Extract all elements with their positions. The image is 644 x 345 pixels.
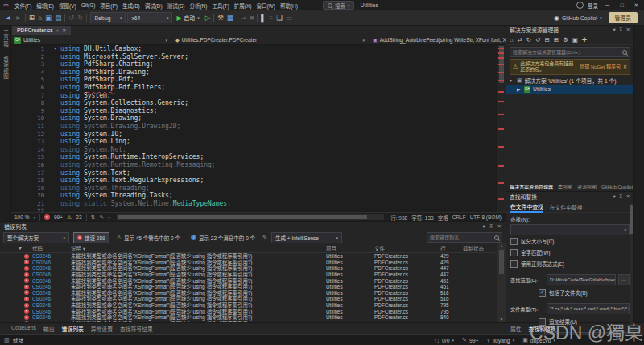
code-editor[interactable]: 1▾using DH.Util.Gasbox;2using Microsoft.… — [10, 45, 506, 212]
error-row[interactable]: ✕CS0246未能找到类型或命名空间名“XStringFormat”(是否缺少 … — [0, 302, 506, 309]
build-icon[interactable]: ⚒ — [216, 11, 225, 24]
code-text[interactable]: using System.Threading.Tasks; — [60, 192, 173, 200]
maximize-button[interactable]: □ — [617, 2, 627, 8]
code-text[interactable]: using System.Runtime.Remoting.Messaging; — [60, 161, 216, 169]
configuration-dropdown[interactable]: Debug ▾ — [90, 12, 126, 23]
close-tab-icon[interactable]: ✕ — [62, 27, 66, 33]
menu-item-1[interactable]: 文件(F) — [12, 2, 34, 10]
switch-views-icon[interactable]: ⇄ — [518, 36, 522, 44]
code-text[interactable]: using System.Net; — [60, 146, 126, 154]
code-text[interactable]: using System; — [60, 92, 111, 100]
open-folder-icon[interactable]: ⌂ — [36, 11, 43, 24]
close-icon[interactable]: ✕ — [497, 223, 502, 230]
undo-icon[interactable]: ↺ — [535, 36, 540, 44]
preview-code-icon[interactable]: ▣ — [572, 36, 578, 44]
checkbox[interactable] — [539, 289, 546, 297]
editor-vertical-scrollbar[interactable] — [497, 45, 506, 212]
error-code-link[interactable]: CS0246 — [32, 302, 71, 308]
pencil-icon[interactable]: ✎ — [99, 214, 104, 221]
nav-back-icon[interactable]: ◄ — [3, 11, 13, 24]
git-sync-status[interactable]: ↑↓0/0▾ — [434, 338, 454, 343]
home-icon[interactable]: ⌂ — [510, 36, 514, 44]
find-option-2[interactable]: 全字匹配(W) — [506, 247, 634, 258]
error-code-link[interactable]: CS0246 — [32, 253, 71, 259]
menu-item-5[interactable]: 项目(P) — [97, 2, 120, 10]
error-row[interactable]: ✕CS0246未能找到类型或命名空间名“XStringFormat”(是否缺少 … — [0, 314, 506, 321]
column-description[interactable]: 说明 ▾ — [71, 244, 326, 252]
se-tab-GitHub Copilot 聊天[interactable]: GitHub Copilot 聊天 — [601, 183, 634, 190]
code-text[interactable]: using System.Diagnostics; — [60, 107, 157, 115]
close-icon[interactable]: ✕ — [626, 193, 630, 200]
error-code-link[interactable]: CS0246 — [32, 296, 71, 301]
member-dropdown[interactable]: ▣ AddString_AutoLineFeed(string WriteStr… — [369, 35, 506, 44]
code-text[interactable]: using PdfSharp.Drawing; — [60, 69, 150, 77]
stop-icon[interactable]: ■ — [248, 11, 255, 24]
se-tab-资源视图[interactable]: 资源视图 — [577, 183, 597, 190]
menu-item-6[interactable]: 生成(B) — [120, 2, 142, 10]
scrollbar-thumb[interactable] — [499, 250, 504, 274]
left-autohide-tab-2[interactable]: 资源视图 — [2, 52, 10, 84]
column-project[interactable]: 项目 — [326, 244, 374, 252]
pending-changes-status[interactable]: ✎99+ — [462, 337, 478, 343]
column-line[interactable]: 行 — [440, 244, 463, 252]
show-all-files-icon[interactable]: ⊞ — [554, 36, 559, 44]
background-tasks-icon[interactable]: ▥ — [4, 337, 10, 343]
collapse-all-icon[interactable]: ⊟ — [544, 36, 549, 44]
error-row[interactable]: ✕CS0246未能找到类型或命名空间名“XStringFormat”(是否缺少 … — [0, 290, 506, 297]
error-code-link[interactable]: CS0246 — [32, 309, 71, 314]
new-file-icon[interactable]: ⊞ — [27, 11, 36, 24]
panel-tab-CodeLens[interactable]: CodeLens — [11, 325, 36, 333]
code-text[interactable]: using PdfSharp.Pdf.Filters; — [60, 84, 165, 92]
error-row[interactable]: ✕CS0246未能找到类型或命名空间名“XStringFormat”(是否缺少 … — [0, 296, 506, 302]
chevron-right-icon[interactable]: ▶ — [517, 87, 522, 92]
error-row[interactable]: ✕CS0246未能找到类型或命名空间名“XStringFormat”(是否缺少 … — [0, 284, 506, 290]
column-suppression[interactable]: 抑制状态 — [463, 244, 497, 252]
platform-dropdown[interactable]: x64 ▾ — [127, 12, 172, 23]
panel-tab-错误列表[interactable]: 错误列表 — [62, 325, 84, 333]
code-text[interactable]: using System.Text; — [60, 169, 130, 177]
error-code-link[interactable]: CS0246 — [32, 278, 71, 284]
error-row[interactable]: ✕CS0246未能找到类型或命名空间名“XStringFormat”(是否缺少 … — [0, 253, 506, 260]
sign-in-button[interactable]: 登录 — [588, 2, 598, 10]
updown-arrows-icon[interactable]: ⇅ — [91, 214, 96, 221]
admin-badge-button[interactable]: 管理员 — [609, 12, 638, 23]
browse-button[interactable]: … — [618, 274, 630, 285]
code-text[interactable]: using System.Collections.Generic; — [60, 99, 188, 107]
pin-icon[interactable]: ⊼ — [489, 223, 493, 230]
pencil-filter-icon[interactable]: ✎ — [262, 235, 267, 241]
checkbox[interactable] — [510, 260, 518, 268]
chevron-down-icon[interactable]: ▾ — [483, 223, 485, 230]
code-text[interactable]: using System.Runtime.InteropServices; — [60, 153, 204, 161]
menu-item-9[interactable]: 分析(N) — [187, 2, 209, 10]
code-text[interactable]: using DH.Util.Gasbox; — [60, 45, 142, 53]
find-option-1[interactable]: 区分大小写(C) — [506, 235, 634, 247]
se-tab-类视图[interactable]: 类视图 — [558, 183, 572, 190]
project-dropdown[interactable]: C# Utilities ▾ — [10, 35, 171, 44]
column-file[interactable]: 文件 — [374, 244, 440, 252]
scroll-up-icon[interactable]: ▲ — [497, 243, 506, 248]
warnings-filter-button[interactable]: ⚠ 显示 45 个警告中的 0 个 — [114, 233, 184, 243]
code-text[interactable]: using System.Text.RegularExpressions; — [60, 177, 204, 185]
menu-item-2[interactable]: 编辑(E) — [34, 2, 56, 10]
fold-indicator-icon[interactable]: ▾ — [50, 45, 60, 53]
chevron-down-icon[interactable]: ▾ — [613, 193, 616, 200]
menu-item-7[interactable]: 调试(D) — [142, 2, 165, 10]
keep-open-icon[interactable]: ○ — [56, 28, 60, 33]
panel-tab-输出[interactable]: 输出 — [43, 325, 55, 333]
window-layout-icon[interactable]: ▦ — [225, 11, 235, 24]
code-text[interactable]: using PdfSharp.Charting; — [60, 60, 154, 69]
scope-dropdown[interactable]: 整个解决方案 ▾ — [3, 232, 69, 243]
messages-filter-button[interactable]: i 显示 22 个消息中的 0 个 — [188, 233, 258, 243]
find-what-input[interactable]: ▾ — [510, 224, 630, 235]
source-filter-dropdown[interactable]: 生成 + IntelliSense ▾ — [271, 232, 342, 243]
menu-item-3[interactable]: 视图(V) — [56, 2, 79, 10]
error-list-scrollbar[interactable]: ▲ ▼ — [497, 243, 506, 322]
save-all-icon[interactable]: ▤ — [53, 11, 63, 24]
column-code[interactable]: 代码 — [32, 244, 71, 252]
start-debugging-button[interactable]: ▶ 启动 ▾ — [174, 14, 201, 22]
add-item-icon[interactable]: ✚ — [582, 36, 587, 44]
comment-icon[interactable]: ❏ — [275, 11, 284, 24]
warning-indicator-icon[interactable]: ⚠ — [67, 214, 72, 221]
spaces-indicator[interactable]: 空格 — [438, 214, 448, 222]
menu-item-4[interactable]: Git(G) — [79, 2, 98, 8]
